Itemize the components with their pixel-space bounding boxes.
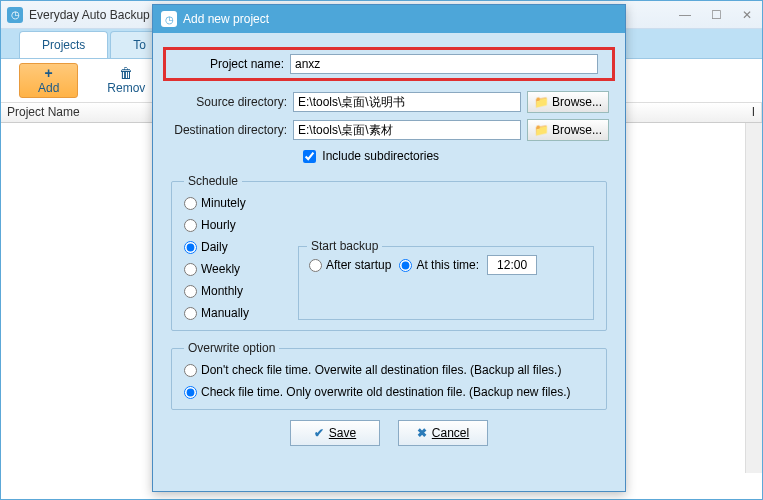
schedule-fieldset: Schedule Minutely Hourly Daily Weekly Mo… — [171, 174, 607, 331]
start-at-time[interactable]: At this time: — [399, 258, 479, 272]
plus-icon: + — [45, 66, 53, 80]
include-sub-row: Include subdirectories — [299, 147, 609, 166]
save-button[interactable]: ✔ Save — [290, 420, 380, 446]
app-icon: ◷ — [7, 7, 23, 23]
dest-dir-input[interactable] — [293, 120, 521, 140]
maximize-icon[interactable]: ☐ — [707, 8, 726, 22]
schedule-daily[interactable]: Daily — [184, 240, 294, 254]
overwrite-new[interactable]: Check file time. Only overwrite old dest… — [184, 385, 594, 399]
schedule-minutely[interactable]: Minutely — [184, 196, 294, 210]
source-dir-row: Source directory: 📁 Browse... — [169, 91, 609, 113]
schedule-weekly[interactable]: Weekly — [184, 262, 294, 276]
include-sub-label: Include subdirectories — [322, 149, 439, 163]
add-project-dialog: ◷ Add new project Project name: Source d… — [152, 4, 626, 492]
project-name-row-highlight: Project name: — [163, 47, 615, 81]
x-icon: ✖ — [417, 426, 427, 440]
dest-dir-row: Destination directory: 📁 Browse... — [169, 119, 609, 141]
close-icon[interactable]: ✕ — [738, 8, 756, 22]
start-backup-group: Start backup After startup At this time: — [298, 246, 594, 320]
start-backup-legend: Start backup — [307, 239, 382, 253]
dialog-title: Add new project — [183, 12, 269, 26]
schedule-manually[interactable]: Manually — [184, 306, 294, 320]
minimize-icon[interactable]: — — [675, 8, 695, 22]
cancel-button[interactable]: ✖ Cancel — [398, 420, 488, 446]
project-name-label: Project name: — [172, 57, 290, 71]
check-icon: ✔ — [314, 426, 324, 440]
folder-icon: 📁 — [534, 123, 549, 137]
source-dir-input[interactable] — [293, 92, 521, 112]
overwrite-fieldset: Overwrite option Don't check file time. … — [171, 341, 607, 410]
add-button[interactable]: + Add — [19, 63, 78, 98]
project-name-input[interactable] — [290, 54, 598, 74]
tab-projects[interactable]: Projects — [19, 31, 108, 58]
schedule-legend: Schedule — [184, 174, 242, 188]
start-time-input[interactable] — [487, 255, 537, 275]
schedule-hourly[interactable]: Hourly — [184, 218, 294, 232]
overwrite-all[interactable]: Don't check file time. Overwite all dest… — [184, 363, 594, 377]
trash-icon: 🗑 — [119, 66, 133, 80]
browse-dest-button[interactable]: 📁 Browse... — [527, 119, 609, 141]
source-dir-label: Source directory: — [169, 95, 293, 109]
folder-icon: 📁 — [534, 95, 549, 109]
dialog-icon: ◷ — [161, 11, 177, 27]
schedule-monthly[interactable]: Monthly — [184, 284, 294, 298]
dest-dir-label: Destination directory: — [169, 123, 293, 137]
include-sub-checkbox[interactable] — [303, 150, 316, 163]
browse-source-button[interactable]: 📁 Browse... — [527, 91, 609, 113]
overwrite-legend: Overwrite option — [184, 341, 279, 355]
dialog-titlebar: ◷ Add new project — [153, 5, 625, 33]
start-after-startup[interactable]: After startup — [309, 258, 391, 272]
